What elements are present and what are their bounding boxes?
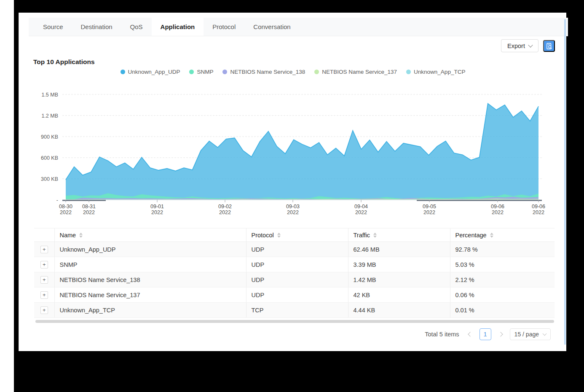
cell-name: Unknown_App_UDP [54, 242, 246, 257]
legend-item[interactable]: SNMP [189, 69, 213, 75]
table-row: +Unknown_App_TCPTCP4.44 KB0.01 % [34, 303, 555, 318]
svg-text:-: - [56, 197, 58, 203]
table-row: +Unknown_App_UDPUDP62.46 MB92.78 % [34, 242, 555, 257]
expand-row-button[interactable]: + [40, 306, 48, 314]
svg-text:2022: 2022 [60, 209, 72, 215]
cell-percentage: 0.01 % [450, 303, 555, 318]
cell-percentage: 5.03 % [450, 257, 555, 272]
column-label: Name [60, 232, 76, 239]
svg-text:2022: 2022 [287, 209, 299, 215]
legend-label: Unknown_App_TCP [414, 69, 465, 75]
cell-name: Unknown_App_TCP [54, 303, 246, 318]
table-row: +NETBIOS Name Service_137UDP42 KB0.06 % [34, 287, 555, 303]
pagination: Total 5 items 1 15 / page [425, 328, 551, 341]
svg-text:09-06: 09-06 [491, 204, 504, 209]
tab-conversation[interactable]: Conversation [244, 18, 299, 36]
svg-text:2022: 2022 [533, 209, 544, 215]
table-row: +NETBIOS Name Service_138UDP1.42 MB2.12 … [34, 272, 555, 287]
tab-application[interactable]: Application [152, 18, 204, 36]
chart-title: Top 10 Applications [33, 58, 95, 66]
chevron-down-icon [543, 332, 547, 336]
column-label: Protocol [252, 232, 274, 239]
cell-traffic: 4.44 KB [348, 303, 450, 318]
column-header-expand [34, 228, 54, 242]
document-search-icon [546, 43, 553, 50]
svg-text:1.2 MB: 1.2 MB [41, 113, 58, 119]
svg-text:300 KB: 300 KB [41, 176, 58, 182]
column-header-name[interactable]: Name [54, 228, 246, 242]
expand-row-button[interactable]: + [40, 276, 48, 284]
expand-row-button[interactable]: + [40, 261, 48, 268]
svg-text:2022: 2022 [355, 209, 367, 215]
cell-protocol: UDP [246, 272, 348, 287]
svg-text:2022: 2022 [219, 209, 231, 215]
applications-table: NameProtocolTrafficPercentage +Unknown_A… [34, 228, 555, 318]
svg-text:09-04: 09-04 [354, 204, 368, 209]
cell-protocol: TCP [246, 303, 348, 318]
svg-text:2022: 2022 [151, 209, 163, 215]
legend-item[interactable]: NETBIOS Name Service_137 [314, 69, 397, 75]
tab-destination[interactable]: Destination [72, 18, 121, 36]
svg-text:2022: 2022 [83, 209, 95, 215]
pagination-total: Total 5 items [425, 331, 459, 338]
table-row: +SNMPUDP3.39 MB5.03 % [34, 257, 555, 272]
svg-text:600 KB: 600 KB [41, 155, 58, 161]
sort-carets-icon [277, 233, 281, 238]
svg-text:08-30: 08-30 [59, 204, 72, 209]
cell-traffic: 62.46 MB [348, 242, 450, 257]
column-header-percentage[interactable]: Percentage [450, 228, 555, 242]
svg-text:09-06: 09-06 [532, 204, 545, 209]
cell-protocol: UDP [246, 242, 348, 257]
legend-label: Unknown_App_UDP [128, 69, 180, 75]
legend-item[interactable]: Unknown_App_TCP [406, 69, 465, 75]
next-page-button[interactable] [496, 328, 506, 340]
cell-traffic: 42 KB [348, 287, 450, 303]
cell-name: NETBIOS Name Service_138 [54, 272, 246, 287]
cell-name: NETBIOS Name Service_137 [54, 287, 246, 303]
svg-text:1.5 MB: 1.5 MB [41, 92, 58, 98]
report-tabbar: SourceDestinationQoSApplicationProtocolC… [29, 18, 568, 36]
svg-text:09-01: 09-01 [150, 204, 164, 209]
applications-table-body: +Unknown_App_UDPUDP62.46 MB92.78 %+SNMPU… [34, 242, 555, 318]
svg-text:08-31: 08-31 [82, 204, 96, 209]
tab-qos[interactable]: QoS [121, 18, 152, 36]
legend-item[interactable]: Unknown_App_UDP [121, 69, 180, 75]
legend-dot-icon [406, 70, 411, 74]
legend-label: NETBIOS Name Service_137 [322, 69, 397, 75]
svg-text:2022: 2022 [423, 209, 435, 215]
column-label: Traffic [354, 232, 370, 239]
expand-row-button[interactable]: + [40, 291, 48, 299]
outer-left-margin [0, 0, 14, 392]
export-button[interactable]: Export [501, 39, 538, 52]
cell-name: SNMP [54, 257, 246, 272]
sort-carets-icon [79, 233, 83, 238]
cell-percentage: 0.06 % [450, 287, 555, 303]
legend-dot-icon [189, 70, 194, 74]
table-horizontal-scrollbar[interactable] [35, 320, 554, 323]
tab-protocol[interactable]: Protocol [204, 18, 244, 36]
legend-dot-icon [314, 70, 319, 74]
page-vertical-scrollbar[interactable] [564, 19, 566, 345]
svg-text:900 KB: 900 KB [41, 134, 58, 140]
chevron-down-icon [528, 43, 533, 47]
page-size-select[interactable]: 15 / page [510, 328, 551, 340]
expand-row-button[interactable]: + [40, 246, 48, 253]
legend-item[interactable]: NETBIOS Name Service_138 [222, 69, 305, 75]
previous-page-button[interactable] [465, 328, 475, 340]
page-number-button[interactable]: 1 [480, 328, 491, 340]
report-view-button[interactable] [543, 40, 555, 52]
traffic-area-chart: 1.5 MB1.2 MB900 KB600 KB300 KB-08-302022… [19, 13, 567, 223]
export-button-label: Export [507, 43, 525, 49]
column-label: Percentage [455, 232, 487, 239]
legend-label: SNMP [197, 69, 213, 75]
column-header-traffic[interactable]: Traffic [348, 228, 450, 242]
svg-text:09-05: 09-05 [423, 204, 436, 209]
cell-traffic: 1.42 MB [348, 272, 450, 287]
cell-percentage: 2.12 % [450, 272, 555, 287]
cell-protocol: UDP [246, 257, 348, 272]
page-size-label: 15 / page [514, 331, 539, 338]
column-header-protocol[interactable]: Protocol [246, 228, 348, 242]
tab-source[interactable]: Source [34, 18, 72, 36]
legend-dot-icon [121, 70, 125, 74]
legend-dot-icon [222, 70, 227, 74]
